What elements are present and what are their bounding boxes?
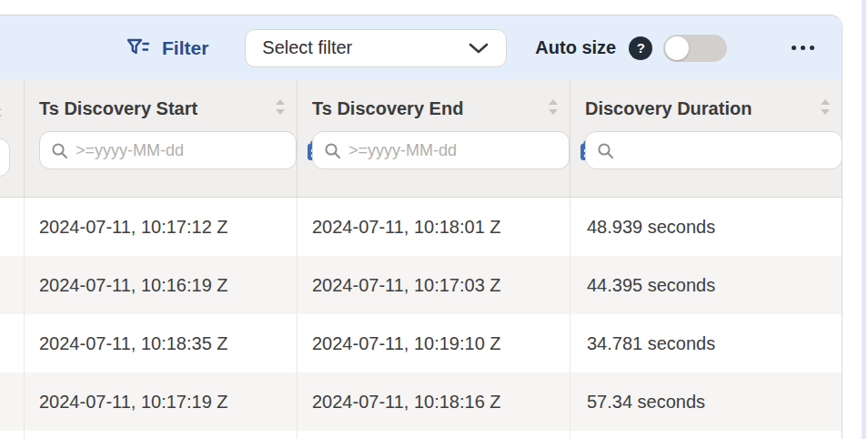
column-header-discovery-duration: Discovery Duration xyxy=(570,80,842,197)
table-row[interactable] xyxy=(0,431,842,439)
column-filter-input[interactable] xyxy=(76,141,287,160)
cell-discovery-duration: 34.781 seconds xyxy=(570,314,842,373)
table-row[interactable]: 2024-07-11, 10:18:35 Z 2024-07-11, 10:19… xyxy=(0,314,842,373)
auto-size-label: Auto size xyxy=(535,37,616,58)
column-header-ts-discovery-end: Ts Discovery End xyxy=(298,80,570,197)
column-filter-input-wrap xyxy=(39,131,297,169)
cell-cutoff xyxy=(0,256,25,314)
cell-cutoff xyxy=(0,314,25,373)
cell-cutoff xyxy=(0,431,25,439)
dot-icon xyxy=(792,46,796,50)
sort-icon[interactable] xyxy=(275,98,286,119)
cell-ts-discovery-end: 2024-07-11, 10:19:10 Z xyxy=(298,314,570,373)
cell-ts-discovery-end: 2024-07-11, 10:18:16 Z xyxy=(298,373,570,431)
cell-ts-discovery-end: 2024-07-11, 10:18:01 Z xyxy=(298,198,570,256)
toggle-knob xyxy=(665,36,689,60)
cell-cutoff xyxy=(0,373,25,431)
search-icon xyxy=(324,142,341,159)
cell-discovery-duration: 48.939 seconds xyxy=(570,198,842,256)
column-title: Ts Discovery Start xyxy=(39,98,197,119)
chevron-down-icon xyxy=(468,42,490,55)
cell-ts-discovery-start xyxy=(25,431,298,439)
sort-icon[interactable] xyxy=(0,104,3,125)
dot-icon xyxy=(801,46,805,50)
filter-preset-select[interactable]: Select filter xyxy=(245,29,507,67)
table-row[interactable]: 2024-07-11, 10:16:19 Z 2024-07-11, 10:17… xyxy=(0,256,842,314)
cell-discovery-duration: 44.395 seconds xyxy=(570,256,842,314)
right-accent-strip xyxy=(862,0,866,439)
table-row[interactable]: 2024-07-11, 10:17:19 Z 2024-07-11, 10:18… xyxy=(0,373,842,431)
cell-ts-discovery-start: 2024-07-11, 10:16:19 Z xyxy=(25,256,298,314)
cell-ts-discovery-start: 2024-07-11, 10:17:19 Z xyxy=(25,373,298,431)
cell-cutoff xyxy=(0,198,25,256)
filter-button[interactable]: Filter xyxy=(126,36,208,60)
filter-button-label: Filter xyxy=(162,37,208,59)
table-row[interactable]: 2024-07-11, 10:17:12 Z 2024-07-11, 10:18… xyxy=(0,198,842,256)
column-header-cutoff xyxy=(0,80,25,197)
column-filter-input[interactable] xyxy=(348,141,560,160)
cell-discovery-duration: 57.34 seconds xyxy=(570,373,842,431)
sort-icon[interactable] xyxy=(548,98,559,119)
dot-icon xyxy=(810,46,814,50)
filter-toolbar: Filter Select filter Auto size ? xyxy=(0,15,842,80)
cell-ts-discovery-end xyxy=(298,431,570,439)
filter-preset-select-value: Select filter xyxy=(262,37,352,58)
cell-ts-discovery-end: 2024-07-11, 10:17:03 Z xyxy=(298,256,570,314)
column-header-ts-discovery-start: Ts Discovery Start xyxy=(25,80,298,197)
search-icon xyxy=(51,142,68,159)
sort-icon[interactable] xyxy=(820,98,831,119)
column-filter-input-wrap xyxy=(312,131,570,169)
table-header-row: Ts Discovery Start xyxy=(0,80,842,198)
help-icon[interactable]: ? xyxy=(629,36,652,60)
search-icon xyxy=(597,142,614,159)
cell-discovery-duration xyxy=(570,431,842,439)
filter-funnel-icon xyxy=(126,36,150,60)
column-filter-input-wrap xyxy=(585,131,843,169)
page: Filter Select filter Auto size ? xyxy=(0,0,868,439)
column-filter-input[interactable] xyxy=(0,138,10,177)
column-title: Ts Discovery End xyxy=(312,98,463,119)
auto-size-toggle[interactable] xyxy=(663,35,727,62)
column-title: Discovery Duration xyxy=(585,98,752,119)
more-options-button[interactable] xyxy=(792,46,814,50)
cell-ts-discovery-start: 2024-07-11, 10:18:35 Z xyxy=(25,314,298,373)
column-filter-input[interactable] xyxy=(621,141,833,160)
cell-ts-discovery-start: 2024-07-11, 10:17:12 Z xyxy=(25,198,298,256)
table-panel: Filter Select filter Auto size ? xyxy=(0,15,843,439)
help-glyph: ? xyxy=(637,40,645,56)
